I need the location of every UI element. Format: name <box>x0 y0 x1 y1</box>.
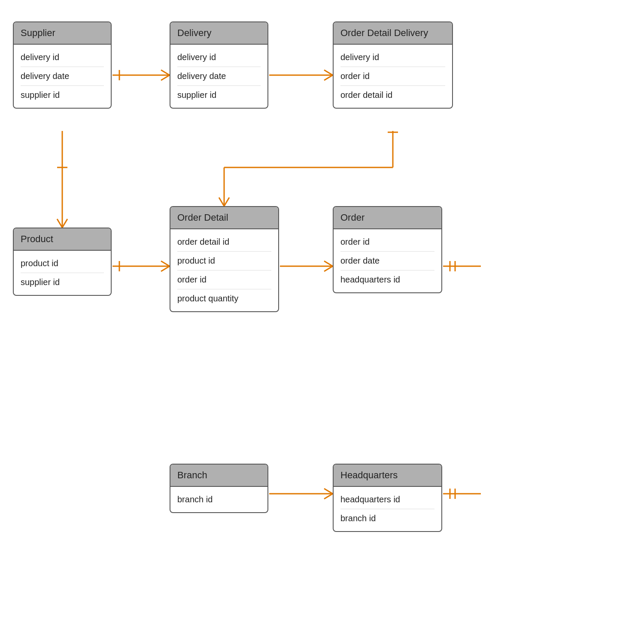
svg-line-16 <box>57 219 62 228</box>
table-delivery-header: Delivery <box>170 22 267 45</box>
table-order_detail_delivery-field-2: order detail id <box>340 86 445 104</box>
svg-line-23 <box>324 261 333 266</box>
table-order-field-0: order id <box>340 233 434 252</box>
table-order_detail: Order Detailorder detail idproduct idord… <box>170 206 279 312</box>
table-order-field-1: order date <box>340 252 434 270</box>
table-order-body: order idorder dateheadquarters id <box>334 229 441 292</box>
table-order_detail-field-3: product quantity <box>177 289 271 308</box>
table-product: Productproduct idsupplier id <box>13 228 112 296</box>
table-order_detail_delivery-header: Order Detail Delivery <box>334 22 452 45</box>
table-branch-field-0: branch id <box>177 490 261 509</box>
table-product-body: product idsupplier id <box>14 251 111 295</box>
table-branch: Branchbranch id <box>170 464 268 513</box>
table-order_detail_delivery: Order Detail Deliverydelivery idorder id… <box>333 21 453 109</box>
svg-line-31 <box>324 494 333 499</box>
table-supplier-field-0: delivery id <box>21 48 104 67</box>
table-product-header: Product <box>14 228 111 251</box>
table-order-field-2: headquarters id <box>340 270 434 289</box>
svg-line-11 <box>219 197 224 206</box>
svg-line-1 <box>161 70 170 75</box>
table-order_detail_delivery-field-1: order id <box>340 67 445 86</box>
table-delivery-field-2: supplier id <box>177 86 261 104</box>
svg-line-24 <box>324 266 333 271</box>
table-product-field-1: supplier id <box>21 273 104 292</box>
table-supplier-body: delivery iddelivery datesupplier id <box>14 45 111 108</box>
svg-line-17 <box>62 219 67 228</box>
table-headquarters-body: headquarters idbranch id <box>334 487 441 531</box>
table-order_detail-body: order detail idproduct idorder idproduct… <box>170 229 278 311</box>
table-delivery-field-1: delivery date <box>177 67 261 86</box>
table-order_detail-field-1: product id <box>177 252 271 270</box>
table-delivery: Deliverydelivery iddelivery datesupplier… <box>170 21 268 109</box>
table-delivery-body: delivery iddelivery datesupplier id <box>170 45 267 108</box>
table-supplier-field-2: supplier id <box>21 86 104 104</box>
table-branch-body: branch id <box>170 487 267 512</box>
svg-line-5 <box>324 70 333 75</box>
table-order_detail-field-2: order id <box>177 270 271 289</box>
table-product-field-0: product id <box>21 254 104 273</box>
svg-line-20 <box>161 261 170 266</box>
table-headquarters-field-0: headquarters id <box>340 490 434 509</box>
table-order: Orderorder idorder dateheadquarters id <box>333 206 442 293</box>
table-order-header: Order <box>334 207 441 229</box>
table-order_detail-field-0: order detail id <box>177 233 271 252</box>
table-headquarters-header: Headquarters <box>334 465 441 487</box>
table-branch-header: Branch <box>170 465 267 487</box>
table-order_detail-header: Order Detail <box>170 207 278 229</box>
table-order_detail_delivery-body: delivery idorder idorder detail id <box>334 45 452 108</box>
table-delivery-field-0: delivery id <box>177 48 261 67</box>
table-headquarters-field-1: branch id <box>340 509 434 528</box>
table-supplier-field-1: delivery date <box>21 67 104 86</box>
table-order_detail_delivery-field-0: delivery id <box>340 48 445 67</box>
svg-line-30 <box>324 489 333 494</box>
table-headquarters: Headquartersheadquarters idbranch id <box>333 464 442 532</box>
table-supplier: Supplierdelivery iddelivery datesupplier… <box>13 21 112 109</box>
svg-line-2 <box>161 75 170 80</box>
svg-line-6 <box>324 75 333 80</box>
table-supplier-header: Supplier <box>14 22 111 45</box>
svg-line-21 <box>161 266 170 271</box>
svg-line-12 <box>224 197 229 206</box>
